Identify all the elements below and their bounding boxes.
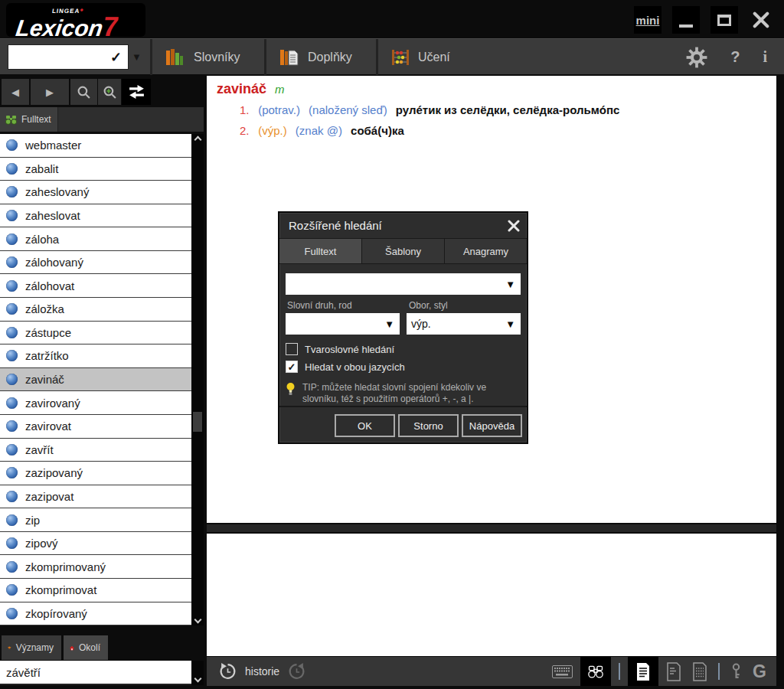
- close-button[interactable]: [747, 6, 775, 34]
- tip-line-2: slovníku, též s použitím operátorů +, -,…: [302, 393, 474, 404]
- dialog-tab-anagramy[interactable]: Anagramy: [445, 239, 527, 263]
- list-item[interactable]: záložka: [0, 298, 191, 322]
- maximize-button[interactable]: [710, 6, 738, 34]
- logo-number: 7: [101, 11, 121, 37]
- dropdown-arrow-icon[interactable]: ▼: [505, 318, 515, 330]
- help-icon[interactable]: ?: [730, 48, 740, 66]
- view-compact-entry-button[interactable]: [692, 662, 707, 681]
- search-dropdown-arrow-icon[interactable]: ▼: [132, 51, 142, 63]
- search-button[interactable]: [70, 79, 97, 105]
- graduation-cap-icon: [8, 643, 11, 653]
- view-medium-entry-button[interactable]: [666, 662, 681, 681]
- globe-icon: [6, 374, 18, 385]
- tab-uceni-label: Učení: [418, 51, 450, 64]
- scroll-down-icon[interactable]: [194, 675, 201, 683]
- advanced-search-button[interactable]: [98, 79, 121, 105]
- history-back-icon[interactable]: [219, 663, 237, 681]
- list-item[interactable]: záloha: [0, 227, 191, 251]
- history-forward-icon[interactable]: [288, 663, 305, 681]
- tab-okoli[interactable]: Okolí: [64, 635, 108, 660]
- list-item[interactable]: zálohovat: [0, 274, 191, 298]
- list-item[interactable]: zabalit: [0, 158, 191, 181]
- list-item[interactable]: zatržítko: [0, 344, 191, 368]
- word-label: záloha: [25, 233, 59, 246]
- scroll-thumb[interactable]: [193, 412, 202, 432]
- list-item[interactable]: zavřít: [0, 439, 191, 462]
- settings-gear-icon[interactable]: [686, 47, 707, 68]
- gloss-label: (znak @): [296, 124, 342, 137]
- globe-icon: [6, 514, 18, 526]
- view-full-entry-button[interactable]: [628, 657, 658, 686]
- word-label: zavirovat: [25, 420, 71, 433]
- list-item[interactable]: zaheslovat: [0, 204, 191, 228]
- checkmark-icon[interactable]: ✓: [110, 49, 128, 66]
- storno-button[interactable]: Storno: [398, 414, 459, 437]
- entry-sense: 2. (výp.) (znak @) собá(ч)ка: [217, 122, 769, 139]
- nearby-scrollbar[interactable]: [191, 661, 204, 685]
- fulltext-tab-label: Fulltext: [21, 114, 51, 125]
- tab-doplnky-label: Doplňky: [308, 51, 352, 64]
- list-item[interactable]: zkopírovaný: [0, 602, 191, 626]
- list-item[interactable]: webmaster: [0, 134, 191, 158]
- list-item[interactable]: zkomprimovaný: [0, 555, 191, 579]
- tab-slovniky[interactable]: Slovníky: [152, 39, 264, 75]
- forward-button[interactable]: ▶: [31, 79, 69, 105]
- dialog-tab-sablony[interactable]: Šablony: [362, 239, 445, 263]
- list-item[interactable]: zástupce: [0, 322, 191, 345]
- search-box[interactable]: ✓: [8, 44, 129, 70]
- nearby-word-label: závětří: [6, 666, 41, 679]
- mini-button[interactable]: mini: [634, 6, 662, 34]
- tab-doplnky[interactable]: Doplňky: [266, 39, 376, 75]
- word-label: zálohovat: [25, 279, 74, 292]
- list-item[interactable]: zazipovaný: [0, 462, 191, 485]
- status-bar: historie: [207, 657, 776, 686]
- google-search-icon[interactable]: G: [753, 661, 766, 682]
- dropdown-arrow-icon[interactable]: ▼: [384, 318, 394, 330]
- globe-icon: [6, 561, 18, 573]
- domain-style-combo[interactable]: výp. ▼: [407, 313, 521, 335]
- both-languages-checkbox[interactable]: ✓: [286, 361, 298, 373]
- dialog-close-button[interactable]: [508, 220, 520, 235]
- globe-icon: [6, 303, 18, 315]
- dialog-search-combo[interactable]: ▼: [286, 273, 521, 295]
- list-item[interactable]: zazipovat: [0, 485, 191, 509]
- keyboard-icon[interactable]: [552, 665, 573, 678]
- domain-label: (potrav.): [258, 103, 300, 116]
- key-icon[interactable]: [730, 663, 742, 681]
- dropdown-arrow-icon[interactable]: ▼: [505, 279, 515, 290]
- list-item[interactable]: zavirovaný: [0, 391, 191, 415]
- word-class-combo[interactable]: ▼: [286, 313, 400, 335]
- list-item[interactable]: zavirovat: [0, 415, 191, 439]
- tip-line-1: TIP: můžete hledat slovní spojení kdekol…: [302, 382, 486, 393]
- list-item[interactable]: zip: [0, 508, 191, 532]
- list-item[interactable]: zkomprimovat: [0, 579, 191, 602]
- panel-divider[interactable]: [207, 523, 776, 534]
- list-item-selected[interactable]: zavináč: [0, 368, 191, 392]
- back-button[interactable]: ◀: [2, 79, 29, 105]
- minimize-button[interactable]: [672, 6, 700, 34]
- list-item[interactable]: zaheslovaný: [0, 181, 191, 204]
- fulltext-tab[interactable]: Fulltext: [0, 107, 58, 132]
- morphology-checkbox[interactable]: [286, 343, 298, 355]
- globe-icon: [6, 397, 18, 409]
- list-scrollbar[interactable]: [191, 134, 204, 625]
- tab-vyznamy[interactable]: Významy: [2, 635, 61, 660]
- napoveda-button[interactable]: Nápověda: [462, 414, 522, 437]
- scroll-up-icon[interactable]: [194, 136, 201, 144]
- search-input[interactable]: [8, 51, 110, 64]
- globe-icon: [6, 256, 18, 268]
- scroll-down-icon[interactable]: [194, 616, 201, 624]
- nearby-word-item[interactable]: závětří: [0, 661, 191, 685]
- fulltext-search-toggle[interactable]: [580, 657, 611, 686]
- swap-direction-button[interactable]: [122, 79, 151, 105]
- tab-uceni[interactable]: Učení: [378, 39, 490, 75]
- tab-slovniky-label: Slovníky: [194, 51, 240, 64]
- list-item[interactable]: zálohovaný: [0, 251, 191, 275]
- ok-button[interactable]: OK: [335, 414, 395, 437]
- document-compact-icon: [692, 662, 707, 681]
- list-item[interactable]: zipový: [0, 532, 191, 556]
- info-icon[interactable]: i: [763, 48, 767, 66]
- globe-icon: [6, 186, 18, 198]
- dialog-tab-fulltext[interactable]: Fulltext: [279, 239, 362, 263]
- word-label: zkopírovaný: [25, 607, 87, 620]
